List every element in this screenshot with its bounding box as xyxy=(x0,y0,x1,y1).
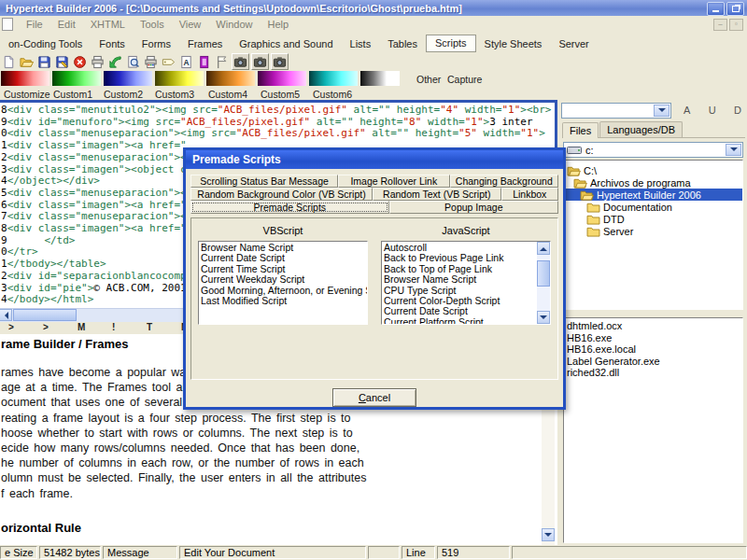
palette-strip-red[interactable] xyxy=(1,71,49,86)
other-palette-label[interactable]: Other xyxy=(416,74,441,85)
file-item-label-generator-exe[interactable]: Label Generator.exe xyxy=(567,356,742,368)
quick-combobox[interactable] xyxy=(561,103,671,119)
tab-files[interactable]: Files xyxy=(562,122,599,138)
toolbar-letter-d[interactable]: D xyxy=(732,105,743,116)
drive-combobox[interactable]: c: xyxy=(563,142,743,158)
file-item-hb16-exe[interactable]: HB16.exe xyxy=(567,332,742,344)
file-item-hb16-exe-local[interactable]: HB16.exe.local xyxy=(567,343,742,356)
camera-icon[interactable] xyxy=(251,53,269,70)
palette-strip-orange[interactable] xyxy=(206,71,255,86)
javascript-listbox[interactable]: AutoscrollBack to Previous Page LinkBack… xyxy=(381,241,551,325)
tree-item-server[interactable]: Server xyxy=(564,225,742,237)
scroll-down-button[interactable] xyxy=(537,311,550,324)
tree-item-dtd[interactable]: DTD xyxy=(564,213,742,225)
palette-strip-cyan[interactable] xyxy=(309,71,358,86)
palette-strip-green[interactable] xyxy=(52,71,101,86)
palette-strip-magenta[interactable] xyxy=(258,71,306,86)
toolbar-letter-a[interactable]: A xyxy=(682,105,692,116)
palette-strip-yellow[interactable] xyxy=(155,71,204,86)
vertical-scrollbar-thumb[interactable] xyxy=(537,260,550,287)
palette-label-custom4[interactable]: Custom4 xyxy=(208,89,247,100)
dialog-tab-linkbox[interactable]: Linkbox xyxy=(501,188,558,201)
cancel-button[interactable]: Cancel xyxy=(332,388,416,407)
palette-strip-gray[interactable] xyxy=(360,71,400,86)
tab-languages-db[interactable]: Languages/DB xyxy=(599,121,683,137)
menu-xhtml[interactable]: XHTML xyxy=(83,19,133,30)
dialog-tab-scrolling-status-bar-message[interactable]: Scrolling Status Bar Message xyxy=(190,175,338,188)
dropdown-arrow-icon[interactable] xyxy=(726,144,741,156)
palette-label-custom1[interactable]: Custom1 xyxy=(53,89,92,100)
javascript-list-item[interactable]: Current Platform Script xyxy=(384,317,535,325)
file-item-riched32-dll[interactable]: riched32.dll xyxy=(567,367,742,379)
tab-forms[interactable]: Forms xyxy=(134,36,179,52)
open-icon[interactable] xyxy=(19,54,35,69)
child-restore-button[interactable]: ▫ xyxy=(729,19,743,31)
menu-view[interactable]: View xyxy=(172,19,209,30)
tab-graphics-and-sound[interactable]: Graphics and Sound xyxy=(231,36,341,52)
tag-icon[interactable] xyxy=(161,54,176,69)
palette-label-custom5[interactable]: Custom5 xyxy=(261,89,300,100)
folder-tree[interactable]: C:\Archivos de programaHypertext Builder… xyxy=(563,160,743,310)
print-icon[interactable] xyxy=(90,54,106,69)
minimize-button[interactable] xyxy=(707,2,725,16)
scroll-up-button[interactable] xyxy=(537,242,550,255)
highlight-icon[interactable] xyxy=(196,54,212,69)
tree-item-documentation[interactable]: Documentation xyxy=(564,201,742,213)
save-icon[interactable] xyxy=(36,54,52,69)
palette-label-custom3[interactable]: Custom3 xyxy=(155,89,194,100)
font-icon[interactable]: A xyxy=(178,54,194,69)
camera-icon[interactable] xyxy=(271,53,289,70)
menu-tools[interactable]: Tools xyxy=(133,19,172,30)
tab-style-sheets[interactable]: Style Sheets xyxy=(476,36,551,52)
save-as-icon[interactable] xyxy=(54,54,70,69)
paste-icon[interactable] xyxy=(107,54,123,69)
horizontal-scrollbar-thumb[interactable] xyxy=(13,309,77,321)
print-color-icon[interactable] xyxy=(143,54,159,69)
palette-label-customize[interactable]: Customize xyxy=(4,89,50,100)
dialog-tab-image-rollover-link[interactable]: Image Rollover Link xyxy=(338,175,450,188)
dialog-tab-changing-background[interactable]: Changing Background xyxy=(450,175,558,188)
tab-scripts[interactable]: Scripts xyxy=(426,35,476,52)
flag-icon[interactable] xyxy=(214,54,230,69)
tab-fonts[interactable]: Fonts xyxy=(91,36,134,52)
palette-label-custom6[interactable]: Custom6 xyxy=(313,89,352,100)
palette-strip-blue[interactable] xyxy=(104,71,152,86)
new-icon[interactable] xyxy=(1,54,17,69)
dialog-tab-premade-scripts[interactable]: Premade Scripts xyxy=(190,201,389,214)
find-icon[interactable] xyxy=(125,54,141,69)
file-list[interactable]: dhtmled.ocxHB16.exeHB16.exe.localLabel G… xyxy=(563,317,743,543)
menu-window[interactable]: Window xyxy=(208,19,260,30)
tab-server[interactable]: Server xyxy=(550,36,597,52)
vbscript-list-item[interactable]: Last Modified Script xyxy=(201,296,367,306)
tree-item-c[interactable]: C:\ xyxy=(564,164,742,176)
dropdown-arrow-icon[interactable] xyxy=(654,105,669,117)
menu-edit[interactable]: Edit xyxy=(50,19,83,30)
dialog-tab-random-background-color-vb-script[interactable]: Random Background Color (VB Script) xyxy=(190,188,373,201)
delete-icon[interactable] xyxy=(72,54,88,69)
tab-lists[interactable]: Lists xyxy=(342,36,380,52)
tree-item-archivos-de-programa[interactable]: Archivos de programa xyxy=(564,176,742,189)
file-item-dhtmled-ocx[interactable]: dhtmled.ocx xyxy=(567,320,742,332)
menu-help[interactable]: Help xyxy=(260,19,296,30)
scroll-down-button[interactable] xyxy=(542,528,555,541)
capture-palette-label[interactable]: Capture xyxy=(447,74,482,85)
toolbar-letter-u[interactable]: U xyxy=(707,105,718,116)
list-vertical-scrollbar[interactable] xyxy=(537,242,550,324)
menu-file[interactable]: File xyxy=(19,19,50,30)
tree-item-hypertext-builder-2006[interactable]: Hypertext Builder 2006 xyxy=(564,189,742,201)
vbscript-listbox[interactable]: Browser Name ScriptCurrent Date ScriptCu… xyxy=(198,241,368,325)
palette-label-custom2[interactable]: Custom2 xyxy=(104,89,143,100)
javascript-list-item[interactable]: Browser Name Script xyxy=(384,274,535,285)
dialog-tab-popup-image[interactable]: Popup Image xyxy=(389,201,558,214)
vbscript-list-item[interactable]: Current Weekday Script xyxy=(201,274,367,285)
restore-button[interactable] xyxy=(726,2,744,16)
scroll-left-button[interactable] xyxy=(0,309,12,321)
titlebar[interactable]: Hypertext Builder 2006 - [C:\Documents a… xyxy=(0,0,747,16)
dialog-tab-random-text-vb-script[interactable]: Random Text (VB Script) xyxy=(373,188,501,201)
child-minimize-button[interactable]: – xyxy=(713,19,727,31)
tab-tables[interactable]: Tables xyxy=(379,36,426,52)
camera-icon[interactable] xyxy=(232,53,249,70)
tab-on-coding-tools[interactable]: on-Coding Tools xyxy=(0,36,91,52)
dialog-titlebar[interactable]: Premade Scripts xyxy=(186,150,563,169)
tab-frames[interactable]: Frames xyxy=(179,36,231,52)
